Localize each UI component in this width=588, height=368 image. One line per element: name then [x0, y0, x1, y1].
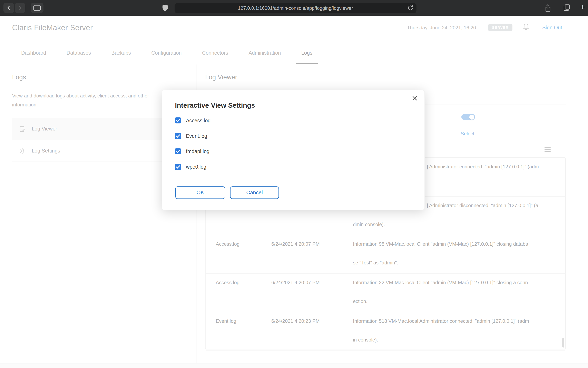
sidebar-toggle-button[interactable] — [31, 3, 43, 13]
interactive-view-settings-dialog: × Interactive View Settings Access.log E… — [162, 90, 425, 210]
log-options-list: Access.log Event.log fmdapi.log wpe0.log — [175, 117, 211, 179]
option-label: wpe0.log — [186, 164, 206, 170]
chevron-left-icon — [5, 4, 12, 11]
dialog-buttons: OK Cancel — [175, 186, 279, 199]
option-event-log[interactable]: Event.log — [175, 133, 211, 139]
checkbox-checked-icon[interactable] — [175, 148, 181, 154]
refresh-icon[interactable] — [407, 5, 414, 11]
chevron-right-icon — [17, 4, 23, 11]
ok-button[interactable]: OK — [175, 186, 225, 199]
option-fmdapi-log[interactable]: fmdapi.log — [175, 148, 211, 154]
address-bar[interactable]: 127.0.0.1:16001/admin-console/app/loggin… — [174, 3, 416, 13]
tab-overview-icon[interactable] — [563, 4, 571, 13]
sidebar-icon — [33, 5, 41, 11]
cancel-button[interactable]: Cancel — [230, 186, 279, 199]
dialog-title: Interactive View Settings — [175, 101, 255, 110]
option-label: Access.log — [186, 118, 211, 123]
new-tab-icon[interactable]: + — [580, 2, 585, 12]
share-icon[interactable] — [544, 4, 552, 14]
url-text: 127.0.0.1:16001/admin-console/app/loggin… — [238, 6, 353, 11]
checkbox-checked-icon[interactable] — [175, 164, 181, 170]
option-label: fmdapi.log — [186, 148, 210, 154]
close-icon[interactable]: × — [412, 93, 417, 103]
privacy-shield-icon[interactable] — [162, 3, 169, 12]
option-label: Event.log — [186, 133, 207, 139]
forward-button[interactable] — [15, 3, 25, 13]
option-wpe0-log[interactable]: wpe0.log — [175, 164, 211, 170]
back-button[interactable] — [3, 3, 14, 13]
checkbox-checked-icon[interactable] — [175, 133, 181, 139]
option-access-log[interactable]: Access.log — [175, 117, 211, 124]
browser-window: 127.0.0.1:16001/admin-console/app/loggin… — [0, 0, 588, 368]
browser-toolbar: 127.0.0.1:16001/admin-console/app/loggin… — [0, 0, 588, 16]
checkbox-checked-icon[interactable] — [175, 117, 181, 124]
